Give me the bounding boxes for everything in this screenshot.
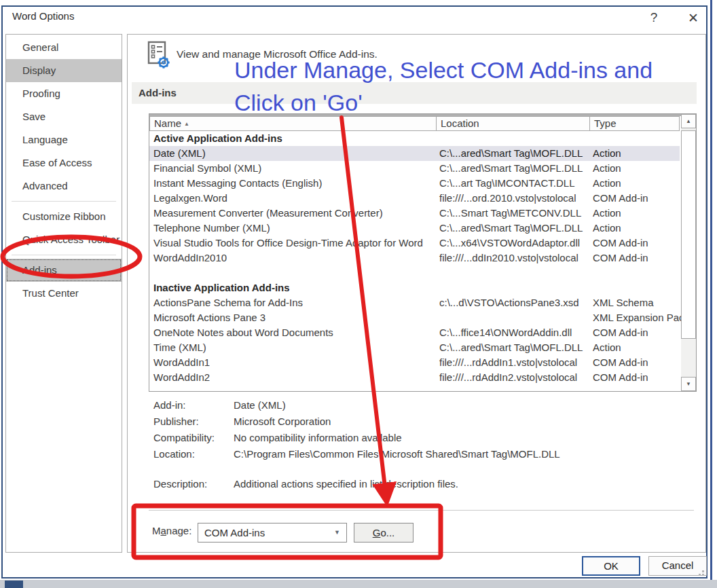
cell-type: COM Add-in bbox=[590, 236, 680, 251]
table-row[interactable]: Microsoft Actions Pane 3XML Expansion Pa… bbox=[149, 310, 680, 325]
cell-loc bbox=[437, 310, 590, 325]
sidebar-item-save[interactable]: Save bbox=[6, 105, 122, 128]
cell-loc: file:///...ddIn2010.vsto|vstolocal bbox=[437, 251, 590, 265]
scroll-down-icon[interactable]: ▼ bbox=[681, 377, 696, 391]
cell-name: Microsoft Actions Pane 3 bbox=[149, 310, 437, 325]
column-header-name[interactable]: Name▲ bbox=[149, 116, 437, 131]
detail-label: Add-in: bbox=[153, 397, 234, 414]
scroll-up-icon[interactable]: ▲ bbox=[681, 114, 696, 128]
cell-loc: C:\...ared\Smart Tag\MOFL.DLL bbox=[437, 221, 590, 236]
manage-dropdown-value: COM Add-ins bbox=[204, 527, 265, 538]
sidebar-item-proofing[interactable]: Proofing bbox=[6, 82, 122, 105]
table-row[interactable]: WordAddIn1file:///...rdAddIn1.vsto|vstol… bbox=[149, 355, 680, 370]
column-header-location[interactable]: Location bbox=[436, 116, 590, 131]
detail-value: C:\Program Files\Common Files\Microsoft … bbox=[234, 446, 560, 462]
go-button[interactable]: Go... bbox=[354, 523, 413, 543]
table-row[interactable]: OneNote Notes about Word DocumentsC:\...… bbox=[149, 325, 680, 340]
cell-name: Visual Studio Tools for Office Design-Ti… bbox=[149, 236, 437, 251]
scrollbar-thumb[interactable] bbox=[681, 130, 696, 339]
detail-row: Compatibility:No compatibility informati… bbox=[153, 430, 690, 446]
sidebar-item-quick-access-toolbar[interactable]: Quick Access Toolbar bbox=[6, 228, 122, 251]
dialog-title: Word Options bbox=[12, 10, 74, 22]
sidebar-item-language[interactable]: Language bbox=[6, 128, 122, 151]
cell-loc: C:\...ffice14\ONWordAddin.dll bbox=[437, 325, 590, 340]
cell-name: Date (XML) bbox=[149, 146, 437, 161]
cell-name: Measurement Converter (Measurement Conve… bbox=[149, 206, 437, 221]
ok-button[interactable]: OK bbox=[582, 556, 640, 576]
word-options-dialog: Word Options ? ✕ GeneralDisplayProofingS… bbox=[1, 5, 707, 578]
addins-section-bar: Add-ins bbox=[132, 82, 697, 104]
addins-page-gear-icon bbox=[145, 40, 172, 73]
table-row[interactable]: Time (XML)C:\...ared\Smart Tag\MOFL.DLLA… bbox=[149, 340, 680, 355]
cell-loc: file:///...rdAddIn2.vsto|vstolocal bbox=[437, 370, 590, 385]
manage-label: Manage: bbox=[152, 525, 191, 536]
cell-name: ActionsPane Schema for Add-Ins bbox=[149, 295, 437, 310]
vertical-scrollbar[interactable]: ▲ ▼ bbox=[681, 114, 696, 391]
sidebar-item-general[interactable]: General bbox=[6, 36, 122, 59]
cell-name: WordAddIn2010 bbox=[149, 251, 437, 265]
cell-loc: C:\...art Tag\IMCONTACT.DLL bbox=[437, 176, 590, 191]
detail-label: Publisher: bbox=[153, 414, 234, 430]
detail-row: Description:Additional actions specified… bbox=[153, 476, 690, 492]
table-row[interactable]: WordAddIn2file:///...rdAddIn2.vsto|vstol… bbox=[149, 370, 680, 385]
main-panel: View and manage Microsoft Office Add-ins… bbox=[127, 34, 706, 553]
cell-type: COM Add-in bbox=[590, 251, 680, 265]
detail-value: Microsoft Corporation bbox=[234, 414, 331, 430]
cell-loc: C:\...ared\Smart Tag\MOFL.DLL bbox=[437, 340, 590, 355]
resize-grip[interactable] bbox=[696, 568, 704, 576]
table-row[interactable]: Financial Symbol (XML)C:\...ared\Smart T… bbox=[149, 161, 680, 176]
cell-type: COM Add-in bbox=[590, 370, 680, 385]
sidebar-item-ease-of-access[interactable]: Ease of Access bbox=[6, 151, 122, 174]
table-body: Active Application Add-insDate (XML)C:\.… bbox=[149, 131, 680, 385]
sidebar-separator bbox=[12, 255, 116, 255]
cell-type: Action bbox=[590, 340, 680, 355]
cell-type: Action bbox=[590, 146, 680, 161]
cell-name: Instant Messaging Contacts (English) bbox=[149, 176, 437, 191]
screenshot-root: Word Options ? ✕ GeneralDisplayProofingS… bbox=[0, 0, 717, 588]
cell-type: Action bbox=[590, 221, 680, 236]
table-row[interactable]: Legalxgen.Wordfile:///...ord.2010.vsto|v… bbox=[149, 191, 680, 206]
table-row[interactable]: WordAddIn2010file:///...ddIn2010.vsto|vs… bbox=[149, 251, 680, 265]
cell-loc: C:\...x64\VSTOWordAdaptor.dll bbox=[437, 236, 590, 251]
table-row[interactable]: Date (XML)C:\...ared\Smart Tag\MOFL.DLLA… bbox=[149, 146, 680, 161]
table-row[interactable]: Visual Studio Tools for Office Design-Ti… bbox=[149, 236, 680, 251]
sidebar-item-trust-center[interactable]: Trust Center bbox=[6, 282, 122, 305]
detail-row: Location:C:\Program Files\Common Files\M… bbox=[153, 446, 690, 462]
table-header: Name▲ Location Type bbox=[149, 116, 680, 131]
sidebar-item-display[interactable]: Display bbox=[6, 59, 122, 82]
sidebar-item-customize-ribbon[interactable]: Customize Ribbon bbox=[6, 205, 122, 228]
table-row[interactable]: Telephone Number (XML)C:\...ared\Smart T… bbox=[149, 221, 680, 236]
cell-type: COM Add-in bbox=[590, 191, 680, 206]
detail-row: Add-in:Date (XML) bbox=[153, 397, 690, 414]
cell-type: COM Add-in bbox=[590, 355, 680, 370]
addin-details: Add-in:Date (XML)Publisher:Microsoft Cor… bbox=[153, 397, 690, 492]
cell-loc: C:\...Smart Tag\METCONV.DLL bbox=[437, 206, 590, 221]
cell-loc: C:\...ared\Smart Tag\MOFL.DLL bbox=[437, 161, 590, 176]
background-strip bbox=[0, 580, 717, 588]
table-row[interactable]: Measurement Converter (Measurement Conve… bbox=[149, 206, 680, 221]
cell-loc: file:///...ord.2010.vsto|vstolocal bbox=[437, 191, 590, 206]
table-row[interactable]: Instant Messaging Contacts (English)C:\.… bbox=[149, 176, 680, 191]
taskbar-fragment bbox=[5, 581, 23, 588]
page-description: View and manage Microsoft Office Add-ins… bbox=[177, 48, 378, 60]
manage-dropdown[interactable]: COM Add-ins ▼ bbox=[198, 523, 347, 543]
sidebar-item-add-ins[interactable]: Add-ins bbox=[6, 259, 122, 282]
cell-name: Time (XML) bbox=[149, 340, 437, 355]
cell-name: Telephone Number (XML) bbox=[149, 221, 437, 236]
detail-value: Additional actions specified in list des… bbox=[234, 476, 458, 492]
table-row[interactable]: ActionsPane Schema for Add-Insc:\...d\VS… bbox=[149, 295, 680, 310]
close-button[interactable]: ✕ bbox=[682, 7, 705, 28]
column-header-type[interactable]: Type bbox=[589, 116, 680, 131]
help-button[interactable]: ? bbox=[642, 7, 665, 28]
table-spacer-row bbox=[149, 265, 680, 280]
cell-loc: C:\...ared\Smart Tag\MOFL.DLL bbox=[437, 146, 590, 161]
sort-ascending-icon: ▲ bbox=[184, 121, 189, 127]
cell-name: WordAddIn2 bbox=[149, 370, 437, 385]
cell-name: WordAddIn1 bbox=[149, 355, 437, 370]
sidebar-item-advanced[interactable]: Advanced bbox=[6, 174, 122, 198]
cell-name: OneNote Notes about Word Documents bbox=[149, 325, 437, 340]
section-title: Add-ins bbox=[132, 82, 697, 104]
detail-label: Description: bbox=[153, 476, 234, 492]
manage-separator bbox=[149, 510, 694, 511]
cell-name: Legalxgen.Word bbox=[149, 191, 437, 206]
